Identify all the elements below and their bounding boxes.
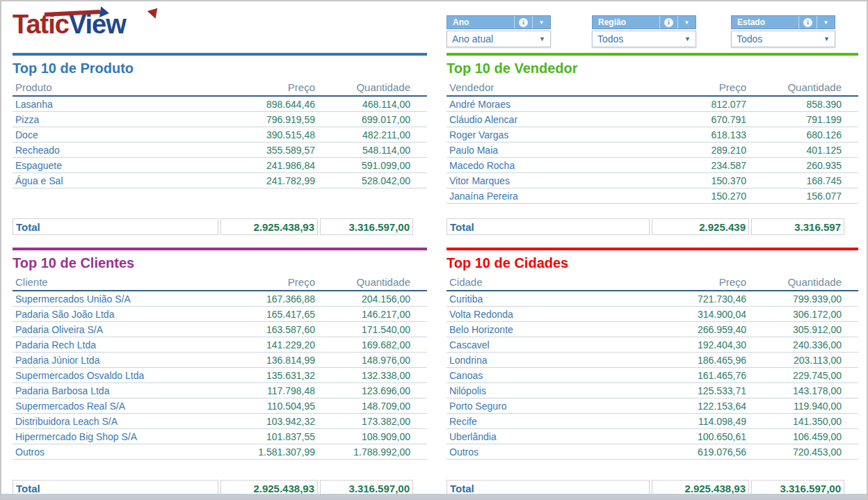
table-header: Cliente Preço Quantidade xyxy=(13,275,427,291)
table-row: Supermercados Real S/A110.504,95148.709,… xyxy=(13,398,427,414)
filter-estado-select[interactable]: Todos ▼ xyxy=(731,31,835,47)
table-body: Supermercados União S/A167.366,88204.156… xyxy=(13,291,427,460)
row-preco: 150.270 xyxy=(652,191,749,202)
table-row: André Moraes812.077858.390 xyxy=(447,97,858,112)
filter-label: Ano xyxy=(447,16,514,29)
row-label: Canoas xyxy=(447,370,650,381)
row-label: Cascavel xyxy=(447,339,650,350)
row-label: Doce xyxy=(13,129,218,140)
table-row: Distribuidora Leach S/A103.942,32173.382… xyxy=(13,414,427,429)
chevron-down-icon[interactable]: ▼ xyxy=(532,16,550,29)
table-row: Padaria Júnior Ltda136.814,99148.976,00 xyxy=(13,353,427,368)
column-header: Quantidade xyxy=(320,275,413,290)
table-row: Pizza796.919,59699.017,00 xyxy=(13,112,427,127)
chevron-down-icon[interactable]: ▼ xyxy=(817,16,835,29)
accent-bar xyxy=(447,248,858,250)
table-row: Padaria São João Ltda165.417,65146.217,0… xyxy=(13,307,427,322)
row-preco: 125.533,71 xyxy=(652,385,749,396)
table-row: Roger Vargas618.133680.126 xyxy=(447,127,858,143)
row-preco: 114.098,49 xyxy=(652,416,749,427)
row-quantidade: 699.017,00 xyxy=(320,114,413,125)
row-quantidade: 528.042,00 xyxy=(320,175,413,186)
info-icon[interactable]: i xyxy=(798,16,817,29)
row-label: Padaria Oliveira S/A xyxy=(13,324,218,335)
row-label: Paulo Maia xyxy=(447,145,650,156)
logo-arrow-icon xyxy=(99,6,110,19)
row-quantidade: 156.077 xyxy=(751,191,844,202)
filter-ano-header[interactable]: Ano i ▼ xyxy=(447,15,551,29)
column-header: Quantidade xyxy=(751,275,844,290)
panel-title: Top 10 de Produto xyxy=(13,61,427,76)
filter-ano: Ano i ▼ Ano atual ▼ xyxy=(447,15,551,47)
filter-value: Todos xyxy=(737,33,823,45)
filter-label: Estado xyxy=(732,16,798,29)
info-icon[interactable]: i xyxy=(659,16,677,29)
table-row: Hipermercado Big Shop S/A101.837,55108.9… xyxy=(13,429,427,444)
table-row: Água e Sal241.782,99528.042,00 xyxy=(13,173,427,188)
row-preco: 618.133 xyxy=(652,129,749,140)
row-label: Outros xyxy=(447,446,650,458)
row-label: Lasanha xyxy=(13,99,218,110)
row-quantidade: 482.211,00 xyxy=(320,129,413,140)
panel-top10-vendedor: Top 10 de Vendedor Vendedor Preço Quanti… xyxy=(447,53,858,235)
total-quantidade: 3.316.597,00 xyxy=(320,218,413,235)
row-quantidade: 132.338,00 xyxy=(320,370,413,381)
table-row: Nilópolis125.533,71143.178,00 xyxy=(447,383,858,398)
table-row: Cláudio Alencar670.791791.199 xyxy=(447,112,858,127)
row-label: Outros xyxy=(13,446,218,458)
column-header: Preço xyxy=(220,275,318,290)
logo-accent-icon xyxy=(147,4,162,18)
row-label: Padaria Barbosa Ltda xyxy=(13,385,218,396)
row-preco: 796.919,59 xyxy=(220,114,318,125)
table-row: Outros619.076,56720.453,00 xyxy=(447,444,858,460)
row-preco: 390.515,48 xyxy=(220,129,318,140)
total-preco: 2.925.439 xyxy=(652,218,749,235)
table-row: Lasanha898.644,46468.114,00 xyxy=(13,97,427,112)
spacer xyxy=(447,204,858,218)
filter-ano-select[interactable]: Ano atual ▼ xyxy=(447,31,551,47)
table-row: Janaína Pereira150.270156.077 xyxy=(447,188,858,204)
row-quantidade: 171.540,00 xyxy=(320,324,413,335)
row-label: Janaína Pereira xyxy=(447,191,650,202)
row-quantidade: 680.126 xyxy=(751,129,844,140)
row-preco: 289.210 xyxy=(652,145,749,156)
panel-title: Top 10 de Vendedor xyxy=(447,61,858,76)
table-row: Londrina186.465,96203.113,00 xyxy=(447,353,858,368)
row-label: Hipermercado Big Shop S/A xyxy=(13,431,218,442)
row-preco: 266.959,40 xyxy=(652,324,749,335)
filter-estado-header[interactable]: Estado i ▼ xyxy=(731,15,835,29)
panel-top10-produto: Top 10 de Produto Produto Preço Quantida… xyxy=(13,53,427,235)
info-icon[interactable]: i xyxy=(514,16,532,29)
accent-bar xyxy=(13,53,427,56)
row-label: Curitiba xyxy=(447,293,650,305)
horizontal-scrollbar[interactable] xyxy=(1,494,867,499)
row-quantidade: 168.745 xyxy=(751,175,844,186)
table-header: Vendedor Preço Quantidade xyxy=(447,80,858,97)
total-preco: 2.925.438,93 xyxy=(220,218,318,235)
chevron-down-icon[interactable]: ▼ xyxy=(677,16,696,29)
accent-bar xyxy=(13,248,427,250)
row-quantidade: 143.178,00 xyxy=(751,385,844,396)
row-quantidade: 858.390 xyxy=(751,99,844,110)
row-quantidade: 173.382,00 xyxy=(320,416,413,427)
row-preco: 136.814,99 xyxy=(220,355,318,366)
row-label: Belo Horizonte xyxy=(447,324,650,335)
row-preco: 141.229,20 xyxy=(220,339,318,350)
spacer xyxy=(13,460,427,480)
panel-title: Top 10 de Clientes xyxy=(13,255,427,271)
filter-regiao-select[interactable]: Todos ▼ xyxy=(592,31,696,47)
table-body: Curitiba721.730,46799.939,00Volta Redond… xyxy=(447,291,858,460)
table-row: Espaguete241.986,84591.099,00 xyxy=(13,158,427,173)
row-quantidade: 108.909,00 xyxy=(320,431,413,442)
row-label: Distribuidora Leach S/A xyxy=(13,416,218,427)
row-label: Volta Redonda xyxy=(447,309,650,320)
filter-bar: Ano i ▼ Ano atual ▼ Região i ▼ Todos ▼ xyxy=(447,15,858,49)
row-preco: 241.986,84 xyxy=(220,160,318,171)
column-header: Cliente xyxy=(13,275,218,290)
filter-regiao-header[interactable]: Região i ▼ xyxy=(592,15,696,29)
total-label: Total xyxy=(447,218,650,235)
row-quantidade: 548.114,00 xyxy=(320,145,413,156)
panel-top10-cidades: Top 10 de Cidades Cidade Preço Quantidad… xyxy=(447,248,858,497)
panel-title: Top 10 de Cidades xyxy=(447,255,858,271)
table-row: Supermercados Osvaldo Ltda135.631,32132.… xyxy=(13,368,427,383)
